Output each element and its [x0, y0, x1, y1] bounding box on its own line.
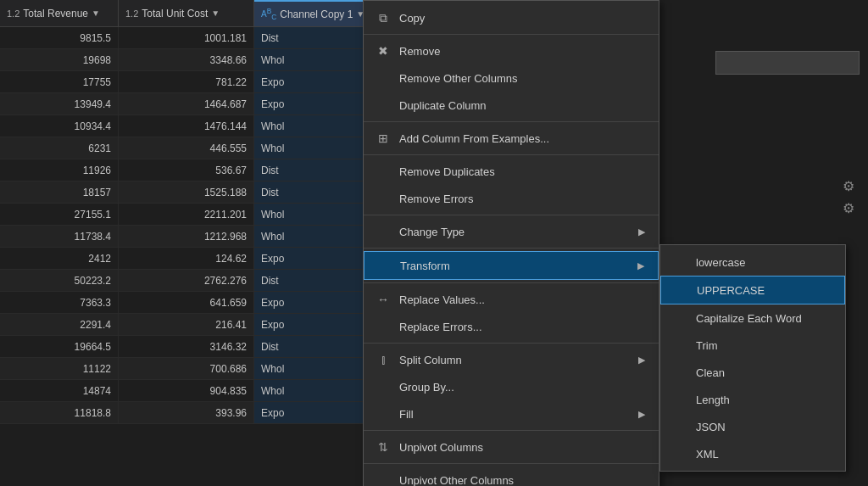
- abc-icon: ABC: [261, 7, 276, 21]
- remove-icon: ✖: [374, 42, 392, 60]
- menu-label: Remove: [399, 45, 440, 58]
- table-row: 6231 446.555 Whol: [0, 137, 364, 159]
- menu-item-remove[interactable]: ✖ Remove: [364, 37, 659, 64]
- submenu-label: JSON: [696, 421, 726, 433]
- menu-item-unpivot_other_columns[interactable]: Unpivot Other Columns: [364, 466, 659, 486]
- col-header-channel[interactable]: ABC Channel Copy 1 ▼: [254, 0, 364, 26]
- submenu-label: Capitalize Each Word: [696, 312, 802, 325]
- cell-revenue: 9815.5: [0, 27, 119, 48]
- cell-channel: Expo: [254, 71, 364, 92]
- table-row: 17755 781.22 Expo: [0, 71, 364, 93]
- cell-revenue: 2291.4: [0, 314, 119, 335]
- menu-separator: [364, 121, 659, 122]
- menu-item-split_column[interactable]: ⫿ Split Column ▶: [364, 346, 659, 373]
- cell-unit-cost: 124.62: [119, 248, 254, 269]
- menu-item-fill[interactable]: Fill ▶: [364, 400, 659, 427]
- sort-icon-revenue: ▼: [92, 8, 100, 18]
- unpivot_other_columns-icon: [374, 471, 392, 486]
- submenu-label: Length: [696, 394, 730, 406]
- menu-label: Duplicate Column: [399, 99, 487, 112]
- cell-revenue: 14874: [0, 380, 119, 401]
- submenu-item-json[interactable]: JSON: [660, 413, 845, 440]
- submenu-item-trim[interactable]: Trim: [660, 332, 845, 359]
- menu-item-change_type[interactable]: Change Type ▶: [364, 218, 659, 245]
- menu-item-remove_duplicates[interactable]: Remove Duplicates: [364, 158, 659, 185]
- cell-unit-cost: 1212.968: [119, 226, 254, 247]
- cell-unit-cost: 1525.188: [119, 182, 254, 203]
- cell-channel: Expo: [254, 93, 364, 115]
- add-icon: ⊞: [374, 129, 392, 148]
- cell-revenue: 6231: [0, 137, 119, 159]
- cell-revenue: 11738.4: [0, 226, 119, 247]
- transform-submenu: lowercase UPPERCASE Capitalize Each Word…: [659, 244, 846, 472]
- transform-icon: [375, 256, 393, 275]
- remove_duplicates-icon: [374, 162, 392, 181]
- submenu-item-length[interactable]: Length: [660, 386, 845, 413]
- cell-revenue: 10934.4: [0, 115, 119, 137]
- col-label-channel: Channel Copy 1: [280, 8, 353, 20]
- menu-label: Remove Errors: [399, 193, 473, 205]
- menu-label: Unpivot Columns: [399, 441, 483, 454]
- menu-item-transform[interactable]: Transform ▶: [364, 251, 659, 280]
- menu-item-unpivot_columns[interactable]: ⇅ Unpivot Columns: [364, 433, 659, 461]
- length-icon: [670, 390, 689, 409]
- menu-label: Replace Values...: [399, 293, 485, 306]
- menu-label: Unpivot Other Columns: [399, 474, 514, 487]
- menu-separator: [364, 463, 659, 464]
- menu-item-replace_errors[interactable]: Replace Errors...: [364, 313, 659, 340]
- panel-gear-icons: ⚙ ⚙: [843, 178, 860, 217]
- submenu-arrow: ▶: [638, 409, 645, 420]
- cell-revenue: 11122: [0, 358, 119, 379]
- cell-unit-cost: 1464.687: [119, 93, 254, 115]
- cell-revenue: 18157: [0, 182, 119, 203]
- menu-separator: [364, 430, 659, 431]
- cell-unit-cost: 2762.276: [119, 270, 254, 291]
- number-icon-2: 1.2: [125, 8, 138, 19]
- menu-item-copy[interactable]: ⧉ Copy: [364, 4, 659, 31]
- uppercase-icon: [671, 281, 690, 299]
- table-row: 2412 124.62 Expo: [0, 248, 364, 270]
- cell-channel: Whol: [254, 137, 364, 159]
- cell-channel: Whol: [254, 115, 364, 137]
- submenu-item-xml[interactable]: XML: [660, 440, 845, 467]
- unpivot-icon: ⇅: [374, 438, 392, 456]
- cell-channel: Expo: [254, 292, 364, 313]
- menu-item-replace_values[interactable]: ↔ Replace Values...: [364, 286, 659, 313]
- menu-separator: [364, 282, 659, 283]
- menu-item-remove_other_columns[interactable]: Remove Other Columns: [364, 64, 659, 92]
- menu-item-remove_errors[interactable]: Remove Errors: [364, 185, 659, 212]
- table-row: 7363.3 641.659 Expo: [0, 292, 364, 314]
- table-row: 11926 536.67 Dist: [0, 159, 364, 182]
- cell-unit-cost: 2211.201: [119, 204, 254, 225]
- menu-item-duplicate_column[interactable]: Duplicate Column: [364, 92, 659, 119]
- cell-unit-cost: 536.67: [119, 159, 254, 181]
- cell-channel: Whol: [254, 204, 364, 225]
- col-label-revenue: Total Revenue: [23, 8, 88, 20]
- menu-label: Group By...: [399, 381, 454, 394]
- submenu-item-uppercase[interactable]: UPPERCASE: [660, 276, 845, 304]
- col-header-revenue[interactable]: 1.2 Total Revenue ▼: [0, 0, 119, 26]
- cell-unit-cost: 393.96: [119, 402, 254, 423]
- change_type-icon: [374, 222, 392, 241]
- cell-channel: Dist: [254, 336, 364, 357]
- number-icon: 1.2: [7, 8, 19, 19]
- submenu-item-clean[interactable]: Clean: [660, 359, 845, 386]
- col-header-unit-cost[interactable]: 1.2 Total Unit Cost ▼: [119, 0, 254, 26]
- menu-label: Add Column From Examples...: [399, 132, 549, 145]
- copy-icon: ⧉: [374, 8, 392, 27]
- search-box[interactable]: [715, 51, 860, 75]
- submenu-label: UPPERCASE: [697, 284, 765, 297]
- gear-icon-1[interactable]: ⚙: [843, 178, 860, 195]
- submenu-item-lowercase[interactable]: lowercase: [660, 249, 845, 276]
- table-row: 13949.4 1464.687 Expo: [0, 93, 364, 115]
- submenu-item-capitalize[interactable]: Capitalize Each Word: [660, 304, 845, 332]
- menu-item-group_by[interactable]: Group By...: [364, 373, 659, 400]
- menu-item-add_column_examples[interactable]: ⊞ Add Column From Examples...: [364, 125, 659, 152]
- xml-icon: [670, 444, 689, 463]
- table-row: 19664.5 3146.32 Dist: [0, 336, 364, 358]
- gear-icon-2[interactable]: ⚙: [843, 200, 860, 217]
- cell-unit-cost: 3146.32: [119, 336, 254, 357]
- replace_errors-icon: [374, 317, 392, 336]
- cell-revenue: 11818.8: [0, 402, 119, 423]
- lowercase-icon: [670, 253, 689, 271]
